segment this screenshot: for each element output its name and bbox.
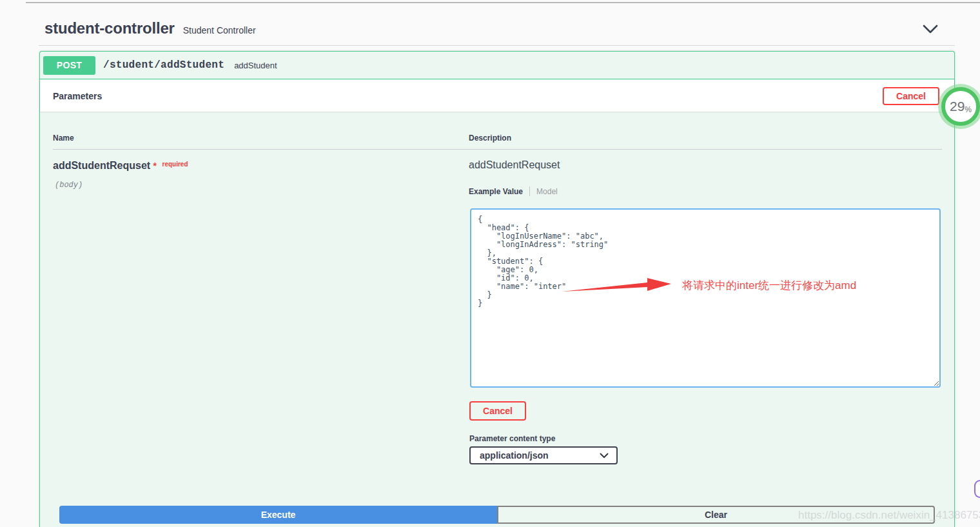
- column-header-name: Name: [53, 134, 74, 143]
- method-badge: POST: [43, 56, 95, 75]
- parameter-name: addStudentRequset * required: [53, 160, 188, 172]
- endpoint-path: /student/addStudent: [103, 59, 224, 71]
- parameter-description-title: addStudentRequset: [469, 159, 560, 171]
- required-asterisk: *: [153, 161, 157, 171]
- opblock-post-panel: POST /student/addStudent addStudent Para…: [39, 51, 955, 527]
- column-header-description: Description: [469, 134, 511, 143]
- table-header-divider: [53, 149, 942, 150]
- progress-unit: %: [965, 105, 972, 114]
- example-model-tabs: Example Value Model: [469, 186, 558, 196]
- content-type-label: Parameter content type: [469, 434, 555, 443]
- required-label: required: [162, 161, 188, 168]
- floating-widget-fragment[interactable]: [974, 480, 980, 498]
- parameters-header-bar: Parameters Cancel: [40, 80, 954, 112]
- endpoint-summary-row[interactable]: POST /student/addStudent addStudent: [40, 52, 954, 79]
- progress-value: 29: [950, 99, 965, 114]
- cancel-try-out-button[interactable]: Cancel: [883, 87, 939, 105]
- controller-title: student-controller: [44, 19, 175, 37]
- request-body-textarea[interactable]: { "head": { "logInUserName": "abc", "lon…: [470, 208, 941, 388]
- content-type-select[interactable]: application/json: [469, 446, 618, 464]
- endpoint-summary: addStudent: [234, 61, 277, 70]
- parameters-title: Parameters: [53, 91, 102, 101]
- chevron-down-icon[interactable]: [922, 23, 939, 35]
- tab-example-value[interactable]: Example Value: [469, 187, 523, 196]
- recorder-progress-badge: 29 %: [941, 87, 980, 126]
- content-type-selected-value: application/json: [480, 450, 549, 461]
- controller-subtitle: Student Controller: [183, 25, 256, 35]
- chevron-down-icon: [600, 453, 609, 459]
- parameter-name-text: addStudentRequset: [53, 160, 150, 171]
- controller-header[interactable]: student-controller Student Controller: [44, 19, 256, 37]
- tab-model[interactable]: Model: [536, 187, 558, 196]
- section-divider: [39, 45, 955, 46]
- tab-separator: [529, 186, 530, 196]
- cancel-body-button[interactable]: Cancel: [469, 401, 526, 421]
- clear-button[interactable]: Clear: [497, 506, 935, 524]
- execute-button[interactable]: Execute: [59, 506, 497, 524]
- top-divider: [26, 2, 980, 3]
- parameter-location: (body): [55, 181, 83, 190]
